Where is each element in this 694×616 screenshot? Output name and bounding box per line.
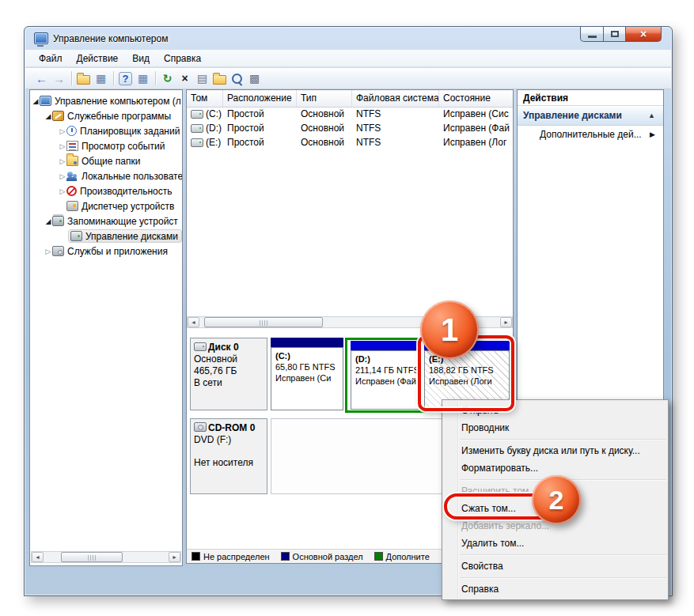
volume-row-d[interactable]: (D:) Простой Основной NTFS Исправен (Фай: [187, 121, 513, 135]
minimize-button[interactable]: [580, 27, 603, 42]
menu-file[interactable]: Файл: [32, 51, 70, 66]
back-button[interactable]: ←: [33, 70, 50, 87]
expander-icon[interactable]: ◢: [44, 112, 52, 120]
volume-icon: [191, 124, 203, 133]
partition-d[interactable]: (D:) 211,14 ГБ NTFS Исправен (Фай: [351, 341, 419, 410]
expander-icon[interactable]: ▷: [44, 248, 52, 255]
cdrom-drive: DVD (F:): [194, 434, 264, 446]
disk0-info-box[interactable]: Диск 0 Основной 465,76 ГБ В сети: [190, 338, 267, 410]
expander-icon[interactable]: ◢: [32, 97, 40, 105]
tree-item-shared-folders[interactable]: ▷ Общие папки: [30, 153, 182, 168]
expander-icon[interactable]: ▷: [59, 187, 66, 195]
expander-icon[interactable]: ▷: [59, 142, 66, 150]
forward-button[interactable]: →: [51, 70, 67, 87]
console-tree-panel: ◢ Управление компьютером (л ◢ Служебные …: [29, 89, 183, 566]
console-tree-icon: [77, 75, 90, 85]
actions-more-actions[interactable]: Дополнительные дей... ▶: [518, 126, 663, 142]
properties-button[interactable]: ▤: [194, 70, 210, 87]
column-header-filesystem[interactable]: Файловая система: [352, 90, 439, 107]
storage-icon: [52, 216, 64, 226]
annotation-step-2-badge: 2: [532, 475, 581, 524]
scroll-right-button[interactable]: ▸: [500, 317, 512, 327]
scheduler-icon: [66, 126, 77, 136]
delete-button[interactable]: ×: [176, 70, 193, 87]
tree-item-disk-management[interactable]: Управление дисками: [30, 229, 182, 244]
menu-item-change-letter[interactable]: Изменить букву диска или путь к диску...: [442, 442, 668, 459]
performance-icon: [66, 186, 77, 196]
menu-item-explorer[interactable]: Проводник: [442, 419, 668, 436]
volume-icon: [191, 110, 203, 119]
tree-item-device-manager[interactable]: Диспетчер устройств: [30, 198, 182, 214]
volume-list-header: Том Расположение Тип Файловая система Со…: [187, 90, 513, 108]
titlebar[interactable]: Управление компьютером: [25, 27, 672, 50]
scroll-left-button[interactable]: ◂: [32, 552, 44, 562]
show-window-button[interactable]: ▦: [93, 70, 109, 87]
scroll-thumb[interactable]: [204, 317, 323, 327]
maximize-icon: [611, 31, 619, 37]
menubar: Файл Действие Вид Справка: [25, 50, 671, 67]
tree-item-task-scheduler[interactable]: ▷ Планировщик заданий: [30, 123, 182, 138]
refresh-button[interactable]: ↻: [159, 70, 176, 87]
tree-item-local-users[interactable]: ▷ Локальные пользовате: [30, 168, 182, 183]
partition-c[interactable]: (C:) 65,80 ГБ NTFS Исправен (Си: [271, 338, 343, 410]
tree-item-storage[interactable]: ◢ Запоминающие устройст: [30, 214, 182, 229]
expander-icon[interactable]: ▷: [59, 127, 66, 135]
volume-row-c[interactable]: (C:) Простой Основной NTFS Исправен (Сис: [187, 107, 513, 121]
selected-tree-item-highlight: Управление дисками: [68, 229, 182, 243]
tree-item-services[interactable]: ▷ Службы и приложения: [30, 244, 182, 259]
column-header-type[interactable]: Тип: [297, 90, 352, 107]
window-controls: ×: [580, 27, 662, 42]
show-console-tree-button[interactable]: [75, 70, 92, 87]
actions-title: Действия: [518, 90, 663, 106]
expander-icon[interactable]: ▷: [59, 157, 66, 165]
shared-folders-icon: [66, 156, 78, 166]
close-button[interactable]: ×: [626, 27, 662, 42]
menu-help[interactable]: Справка: [157, 51, 208, 66]
find-button[interactable]: [229, 70, 245, 87]
menu-action[interactable]: Действие: [70, 51, 126, 66]
tree-item-performance[interactable]: ▷ Производительность: [30, 183, 182, 198]
menu-item-help[interactable]: Справка: [442, 580, 668, 598]
tools-icon: [52, 111, 64, 121]
expander-icon[interactable]: ◢: [44, 217, 52, 225]
tree-item-event-viewer[interactable]: ▷ Просмотр событий: [30, 138, 182, 153]
volume-icon: [191, 138, 203, 147]
column-header-status[interactable]: Состояние: [439, 90, 513, 107]
refresh-icon: ↻: [163, 72, 173, 85]
properties-icon: ▤: [197, 72, 207, 85]
open-button[interactable]: [211, 70, 228, 87]
tree-item-system-tools[interactable]: ◢ Служебные программы: [30, 108, 182, 123]
tree-item-computer-management[interactable]: ◢ Управление компьютером (л: [30, 93, 182, 108]
tree-horizontal-scrollbar[interactable]: ◂ ▸: [31, 551, 181, 563]
cdrom-icon: [194, 422, 207, 432]
column-header-layout[interactable]: Расположение: [223, 90, 297, 107]
forward-icon: →: [53, 72, 65, 85]
cdrom-status: Нет носителя: [194, 457, 264, 469]
menu-item-delete-volume[interactable]: Удалить том...: [442, 535, 668, 552]
disk0-size: 465,76 ГБ: [194, 365, 264, 377]
scroll-left-button[interactable]: ◂: [188, 317, 199, 327]
volume-row-e[interactable]: (E:) Простой Основной NTFS Исправен (Лог: [187, 135, 513, 149]
actions-group-disk-management[interactable]: Управление дисками ▲: [518, 106, 663, 126]
partition-d-colorbar: [351, 341, 419, 350]
column-header-volume[interactable]: Том: [187, 90, 223, 107]
legend-swatch-unallocated: [192, 552, 200, 561]
menu-item-format[interactable]: Форматировать...: [442, 459, 668, 477]
scroll-right-button[interactable]: ▸: [169, 552, 180, 562]
expander-icon[interactable]: ▷: [59, 172, 66, 180]
show-action-pane-button[interactable]: ▦: [135, 70, 151, 87]
manage-button[interactable]: ▩: [246, 70, 263, 87]
device-manager-icon: [66, 201, 78, 211]
menu-item-properties[interactable]: Свойства: [442, 557, 668, 575]
collapse-icon[interactable]: ▲: [648, 111, 655, 119]
menu-view[interactable]: Вид: [125, 51, 157, 66]
window-title: Управление компьютером: [53, 33, 168, 44]
legend-swatch-primary: [281, 552, 290, 561]
cdrom-info-box[interactable]: CD-ROM 0 DVD (F:) Нет носителя: [190, 418, 267, 494]
maximize-button[interactable]: [603, 27, 626, 42]
disk0-status: В сети: [194, 377, 264, 389]
back-icon: ←: [36, 72, 47, 85]
help-button[interactable]: ?: [117, 70, 134, 87]
local-users-icon: [66, 171, 78, 181]
scroll-thumb[interactable]: [61, 552, 123, 562]
